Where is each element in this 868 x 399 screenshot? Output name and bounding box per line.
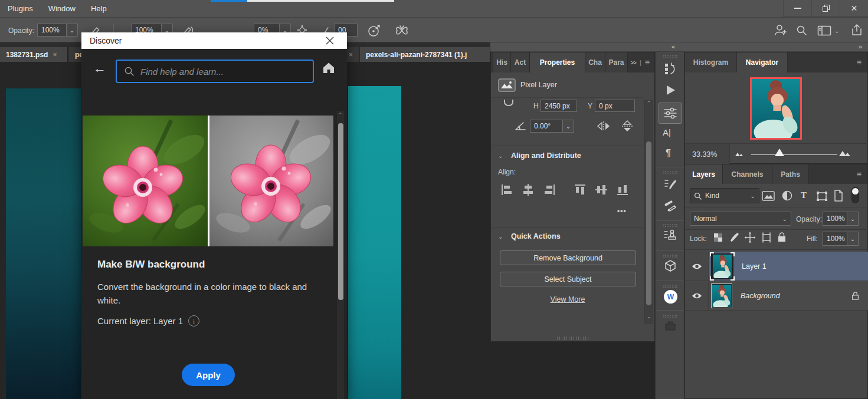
filter-type-layers-icon[interactable]: T: [801, 190, 807, 200]
history-panel-icon[interactable]: [664, 62, 677, 75]
zoom-slider-thumb[interactable]: [775, 149, 784, 156]
close-window-button[interactable]: ×: [840, 0, 868, 16]
height-field[interactable]: 2450 px: [541, 100, 577, 112]
zoom-out-mountain-icon[interactable]: [735, 151, 744, 157]
tab-paragraph-truncated[interactable]: Para: [605, 52, 628, 72]
layer-thumbnail[interactable]: [711, 253, 733, 279]
tab-histogram-truncated[interactable]: His: [493, 52, 511, 72]
navigator-zoom-field[interactable]: 33.33%: [685, 144, 730, 165]
layer-thumbnail[interactable]: [711, 283, 732, 308]
search-icon[interactable]: [796, 25, 807, 36]
w-plugin-panel-icon[interactable]: W: [664, 290, 677, 304]
blend-mode-select[interactable]: Normal ⌄: [690, 212, 791, 226]
flip-horizontal-icon[interactable]: [596, 120, 611, 132]
scrollbar-thumb[interactable]: [646, 141, 651, 305]
filter-shape-layers-icon[interactable]: [816, 191, 828, 202]
paragraph-panel-icon[interactable]: ¶: [666, 147, 671, 159]
scroll-up-icon[interactable]: ⌃: [338, 112, 343, 118]
tab-navigator[interactable]: Navigator: [737, 52, 788, 72]
discover-title-bar[interactable]: Discover: [81, 32, 347, 49]
dock-grip[interactable]: [663, 224, 677, 227]
filter-adjustment-layers-icon[interactable]: [782, 190, 792, 201]
share-export-icon[interactable]: [850, 24, 863, 37]
lock-transparent-pixels-icon[interactable]: [713, 233, 723, 242]
zoom-in-mountain-icon[interactable]: [838, 149, 851, 157]
actions-panel-icon[interactable]: [664, 84, 677, 97]
menu-help[interactable]: Help: [91, 4, 107, 13]
align-center-horizontal-icon[interactable]: [522, 183, 535, 196]
chevron-down-icon[interactable]: ⌄: [67, 24, 78, 37]
opacity-value[interactable]: 100%: [37, 24, 67, 37]
tab-properties[interactable]: Properties: [530, 52, 585, 72]
character-panel-icon[interactable]: A|: [663, 127, 671, 137]
minimize-button[interactable]: [783, 0, 811, 16]
filter-smart-objects-icon[interactable]: [834, 190, 843, 202]
dock-grip[interactable]: [663, 55, 677, 58]
layer-opacity-value[interactable]: 100%: [823, 212, 847, 226]
properties-scrollbar[interactable]: ⌃ ⌄: [644, 100, 653, 324]
info-icon[interactable]: i: [188, 315, 199, 327]
home-icon[interactable]: [322, 62, 335, 74]
zoom-slider-track[interactable]: [751, 154, 837, 155]
chevron-down-icon[interactable]: ⌄: [834, 28, 839, 34]
align-top-icon[interactable]: [574, 183, 587, 196]
canvas-image-left-slice[interactable]: [6, 88, 81, 399]
navigator-view-box[interactable]: [750, 77, 802, 140]
paint-symmetry-butterfly-icon[interactable]: [394, 24, 410, 38]
dock-grip[interactable]: [663, 285, 677, 288]
layer-row-content[interactable]: Layer 1: [709, 252, 868, 281]
lock-artboard-nesting-icon[interactable]: [761, 232, 772, 243]
layer-name[interactable]: Background: [741, 292, 843, 300]
filter-toggle[interactable]: [851, 187, 859, 203]
document-tab-1382731[interactable]: 1382731.psd ×: [0, 47, 68, 62]
tab-channels-truncated[interactable]: Cha: [585, 52, 605, 72]
properties-panel-active-icon[interactable]: [659, 103, 682, 124]
dock-grip[interactable]: [663, 315, 677, 318]
menu-window[interactable]: Window: [48, 4, 76, 13]
restore-button[interactable]: [811, 0, 840, 16]
tab-channels[interactable]: Channels: [723, 164, 772, 184]
align-left-icon[interactable]: [500, 183, 513, 196]
layer-row-background[interactable]: Background: [685, 281, 868, 311]
dock-grip[interactable]: [663, 171, 677, 174]
close-dialog-icon[interactable]: [326, 37, 334, 45]
align-right-icon[interactable]: [543, 183, 556, 196]
align-bottom-icon[interactable]: [616, 183, 629, 196]
constrain-link-icon-partial[interactable]: [504, 100, 513, 106]
menu-plugins[interactable]: Plugins: [8, 4, 33, 13]
dock-grip[interactable]: [663, 255, 677, 258]
tab-overflow-icon[interactable]: >>: [630, 60, 636, 66]
tab-actions-truncated[interactable]: Act: [511, 52, 530, 72]
layer-row-layer1[interactable]: Layer 1: [685, 252, 868, 281]
layer-fill-value[interactable]: 100%: [823, 232, 847, 246]
layer-fill-control[interactable]: 100% ⌄: [823, 232, 859, 246]
discover-scrollbar[interactable]: ⌃: [337, 111, 344, 399]
workspace-switcher-icon[interactable]: [817, 25, 831, 36]
chevron-down-icon[interactable]: ⌄: [498, 153, 503, 159]
panel-resize-grip[interactable]: [557, 337, 590, 340]
discover-search-input[interactable]: [140, 67, 306, 77]
smoothing-target-icon[interactable]: [367, 24, 381, 38]
layer-visibility-toggle[interactable]: [685, 252, 709, 281]
select-subject-button[interactable]: Select Subject: [500, 272, 636, 286]
3d-cube-panel-icon[interactable]: [664, 259, 677, 272]
discover-search-box[interactable]: [116, 60, 314, 83]
expand-panels-icon[interactable]: »: [859, 43, 862, 50]
collapse-panels-icon[interactable]: «: [672, 43, 675, 50]
brushes-panel-icon[interactable]: [664, 199, 677, 212]
align-more-options-icon[interactable]: •••: [617, 207, 627, 215]
brush-settings-panel-icon[interactable]: [664, 178, 677, 191]
y-position-field[interactable]: 0 px: [595, 100, 635, 112]
tab-layers[interactable]: Layers: [685, 164, 723, 184]
invite-person-add-icon[interactable]: [774, 24, 787, 37]
align-section-title[interactable]: Align and Distribute: [511, 151, 581, 160]
chevron-down-icon[interactable]: ⌄: [563, 120, 574, 133]
scroll-down-icon[interactable]: ⌄: [647, 314, 651, 319]
panel-menu-icon[interactable]: ≡: [645, 58, 650, 67]
close-tab-icon[interactable]: ×: [349, 51, 353, 59]
panel-menu-icon[interactable]: ≡: [857, 170, 862, 179]
tab-histogram[interactable]: Histogram: [685, 52, 737, 72]
layer-locked-icon[interactable]: [851, 291, 859, 301]
layer-row-content[interactable]: Background: [709, 281, 868, 310]
document-tab-pexels[interactable]: pexels-ali-pazani-2787341 (1).j: [360, 47, 490, 62]
